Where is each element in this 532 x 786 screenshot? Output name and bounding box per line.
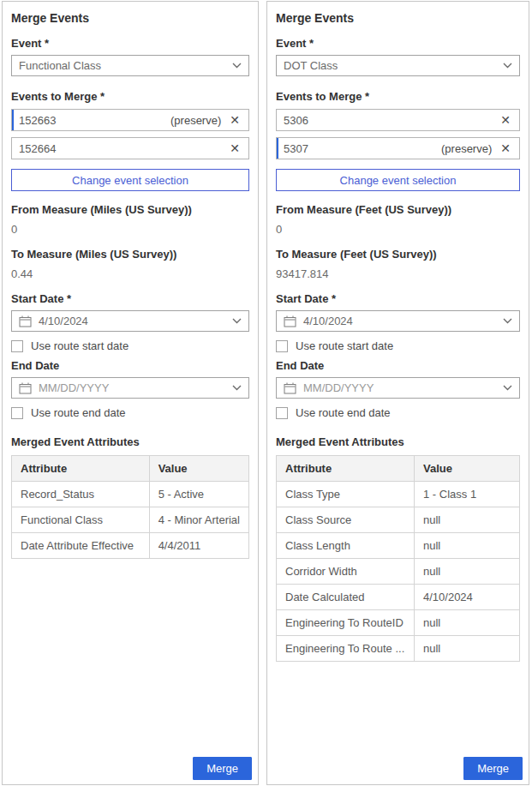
use-route-end-date-checkbox[interactable] (11, 407, 23, 419)
end-date-label: End Date (276, 359, 520, 372)
event-to-merge-item: 152664 ✕ (11, 137, 249, 159)
preserve-label: (preserve) (441, 142, 492, 155)
panel-title: Merge Events (276, 2, 520, 25)
start-date-input[interactable]: 4/10/2024 (276, 310, 520, 332)
table-row: Functional Class 4 - Minor Arterial (12, 507, 249, 533)
attribute-cell: Engineering To Route ... (277, 636, 415, 662)
use-route-start-date-checkbox[interactable] (11, 340, 23, 352)
event-label: Event * (11, 37, 249, 50)
merge-events-panel-left: Merge Events Event * Functional Class Ev… (2, 1, 259, 785)
value-cell: null (415, 559, 520, 585)
event-to-merge-item: 5307 (preserve) ✕ (276, 137, 520, 159)
table-row: Class Type 1 - Class 1 (277, 482, 520, 507)
attribute-cell: Date Attribute Effective (12, 533, 150, 559)
value-column-header: Value (149, 456, 248, 482)
use-route-start-date-label: Use route start date (31, 339, 129, 352)
merge-events-workspace: Merge Events Event * Functional Class Ev… (0, 0, 532, 785)
panel-title: Merge Events (11, 2, 249, 25)
attribute-cell: Record_Status (12, 482, 150, 507)
use-route-start-date-checkbox[interactable] (276, 340, 288, 352)
table-row: Engineering To Route ... null (277, 636, 520, 662)
end-date-placeholder: MM/DD/YYYY (39, 381, 232, 394)
value-cell: null (415, 610, 520, 636)
end-date-placeholder: MM/DD/YYYY (303, 381, 503, 394)
attribute-cell: Class Length (277, 533, 415, 559)
chevron-down-icon (503, 318, 512, 324)
merge-button[interactable]: Merge (463, 757, 523, 780)
events-to-merge-label: Events to Merge * (11, 90, 249, 103)
table-row: Corridor Width null (277, 559, 520, 585)
event-to-merge-item: 5306 ✕ (276, 109, 520, 131)
end-date-input[interactable]: MM/DD/YYYY (276, 377, 520, 399)
change-event-selection-button[interactable]: Change event selection (276, 169, 520, 191)
events-to-merge-label: Events to Merge * (276, 90, 520, 103)
to-measure-value: 0.44 (11, 267, 249, 280)
value-cell: 4/10/2024 (415, 585, 520, 610)
merge-events-panel-right: Merge Events Event * DOT Class Events to… (266, 1, 529, 785)
attribute-cell: Class Type (277, 482, 415, 507)
start-date-label: Start Date * (276, 292, 520, 305)
value-cell: null (415, 507, 520, 533)
attribute-cell: Corridor Width (277, 559, 415, 585)
from-measure-value: 0 (11, 223, 249, 236)
calendar-icon (19, 382, 32, 394)
table-row: Class Length null (277, 533, 520, 559)
merged-attributes-table: Attribute Value Class Type 1 - Class 1 C… (276, 455, 520, 662)
table-header-row: Attribute Value (12, 456, 249, 482)
event-select-value: Functional Class (19, 59, 232, 72)
event-select[interactable]: DOT Class (276, 55, 520, 76)
calendar-icon (19, 315, 32, 327)
close-icon[interactable]: ✕ (228, 141, 242, 155)
attribute-cell: Functional Class (12, 507, 150, 533)
use-route-end-date-row[interactable]: Use route end date (276, 406, 520, 419)
use-route-start-date-row[interactable]: Use route start date (11, 339, 249, 352)
table-row: Engineering To RouteID null (277, 610, 520, 636)
use-route-start-date-row[interactable]: Use route start date (276, 339, 520, 352)
start-date-input[interactable]: 4/10/2024 (11, 310, 249, 332)
close-icon[interactable]: ✕ (228, 113, 242, 127)
event-label: Event * (276, 37, 520, 50)
chevron-down-icon (503, 385, 512, 391)
change-event-selection-button[interactable]: Change event selection (11, 169, 249, 191)
preserve-label: (preserve) (170, 114, 221, 127)
chevron-down-icon (232, 318, 242, 324)
attribute-cell: Date Calculated (277, 585, 415, 610)
close-icon[interactable]: ✕ (499, 141, 512, 155)
table-row: Date Attribute Effective 4/4/2011 (12, 533, 249, 559)
event-select[interactable]: Functional Class (11, 55, 249, 76)
attribute-column-header: Attribute (12, 456, 150, 482)
calendar-icon (284, 315, 296, 327)
from-measure-value: 0 (276, 223, 520, 236)
calendar-icon (284, 382, 296, 394)
value-cell: null (415, 636, 520, 662)
table-header-row: Attribute Value (277, 456, 520, 482)
value-cell: 1 - Class 1 (415, 482, 520, 507)
end-date-input[interactable]: MM/DD/YYYY (11, 377, 249, 399)
to-measure-label: To Measure (Miles (US Survey)) (11, 248, 249, 261)
start-date-value: 4/10/2024 (303, 315, 503, 327)
attribute-column-header: Attribute (277, 456, 415, 482)
from-measure-label: From Measure (Miles (US Survey)) (11, 203, 249, 216)
use-route-end-date-checkbox[interactable] (276, 407, 288, 419)
end-date-label: End Date (11, 359, 249, 372)
event-select-value: DOT Class (284, 59, 503, 72)
value-column-header: Value (415, 456, 520, 482)
event-to-merge-item: 152663 (preserve) ✕ (11, 109, 249, 131)
chevron-down-icon (232, 385, 242, 391)
from-measure-label: From Measure (Feet (US Survey)) (276, 203, 520, 216)
attribute-cell: Class Source (277, 507, 415, 533)
value-cell: 4/4/2011 (149, 533, 248, 559)
merge-button[interactable]: Merge (193, 757, 252, 780)
chevron-down-icon (503, 63, 512, 69)
start-date-value: 4/10/2024 (39, 315, 232, 327)
to-measure-value: 93417.814 (276, 267, 520, 280)
close-icon[interactable]: ✕ (499, 113, 512, 127)
event-id: 5307 (284, 142, 441, 155)
start-date-label: Start Date * (11, 292, 249, 305)
value-cell: 5 - Active (149, 482, 248, 507)
use-route-end-date-label: Use route end date (31, 406, 126, 419)
table-row: Record_Status 5 - Active (12, 482, 249, 507)
table-row: Date Calculated 4/10/2024 (277, 585, 520, 610)
table-row: Class Source null (277, 507, 520, 533)
use-route-end-date-row[interactable]: Use route end date (11, 406, 249, 419)
